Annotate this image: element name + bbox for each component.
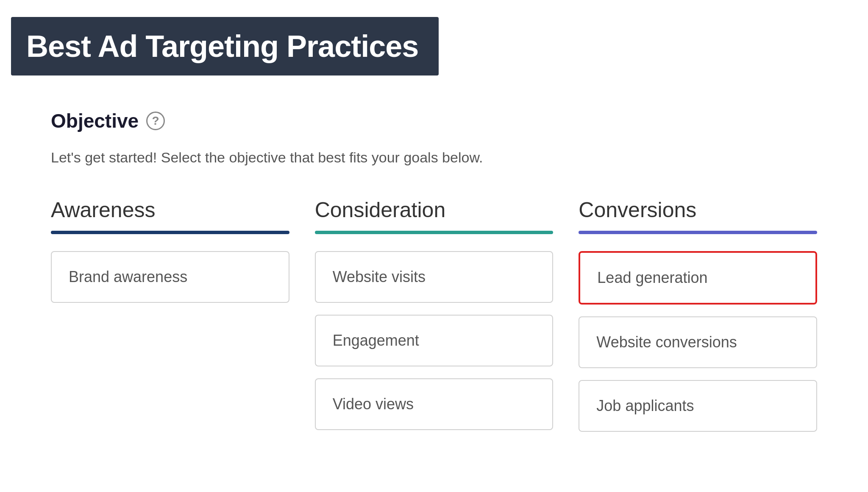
column-bar-awareness bbox=[51, 231, 289, 234]
option-engagement-label: Engagement bbox=[333, 332, 419, 349]
main-content: Objective ? Let's get started! Select th… bbox=[0, 75, 868, 469]
columns-wrapper: Awareness Brand awareness Consideration … bbox=[51, 198, 817, 444]
option-job-applicants-label: Job applicants bbox=[596, 397, 694, 414]
column-bar-conversions bbox=[579, 231, 817, 234]
option-website-conversions[interactable]: Website conversions bbox=[579, 316, 817, 368]
option-website-visits[interactable]: Website visits bbox=[315, 251, 554, 303]
column-title-awareness: Awareness bbox=[51, 198, 289, 222]
objective-label: Objective bbox=[51, 109, 139, 132]
option-engagement[interactable]: Engagement bbox=[315, 315, 554, 366]
option-video-views[interactable]: Video views bbox=[315, 378, 554, 430]
column-title-consideration: Consideration bbox=[315, 198, 554, 222]
header-banner: Best Ad Targeting Practices bbox=[11, 17, 439, 75]
option-video-views-label: Video views bbox=[333, 395, 414, 413]
column-conversions: Conversions Lead generation Website conv… bbox=[579, 198, 817, 444]
column-title-conversions: Conversions bbox=[579, 198, 817, 222]
option-job-applicants[interactable]: Job applicants bbox=[579, 380, 817, 432]
option-website-visits-label: Website visits bbox=[333, 268, 426, 285]
option-brand-awareness-label: Brand awareness bbox=[69, 268, 187, 285]
option-lead-generation[interactable]: Lead generation bbox=[579, 251, 817, 305]
page-title: Best Ad Targeting Practices bbox=[26, 29, 418, 63]
help-icon[interactable]: ? bbox=[146, 112, 165, 130]
subtitle-text: Let's get started! Select the objective … bbox=[51, 148, 817, 168]
column-consideration: Consideration Website visits Engagement … bbox=[315, 198, 554, 442]
objective-header: Objective ? bbox=[51, 109, 817, 132]
option-brand-awareness[interactable]: Brand awareness bbox=[51, 251, 289, 303]
column-bar-consideration bbox=[315, 231, 554, 234]
option-lead-generation-label: Lead generation bbox=[597, 269, 707, 286]
option-website-conversions-label: Website conversions bbox=[596, 333, 737, 351]
column-awareness: Awareness Brand awareness bbox=[51, 198, 289, 315]
